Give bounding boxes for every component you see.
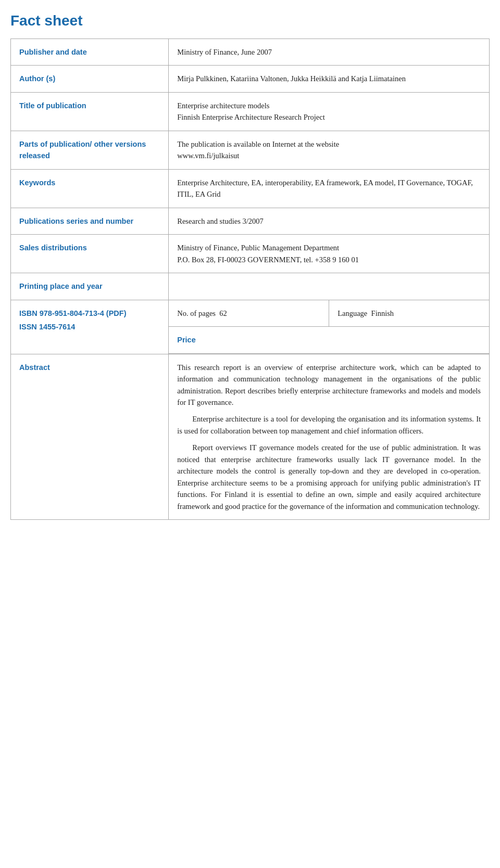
price-label: Price	[177, 336, 195, 344]
table-row-series: Publications series and number Research …	[11, 208, 490, 234]
no-pages-lang-row: No. of pages 62 Language Finnish	[169, 300, 489, 327]
no-pages-cell: No. of pages 62	[169, 300, 329, 326]
value-series: Research and studies 3/2007	[169, 208, 490, 234]
parts-line2: www.vm.fi/julkaisut	[177, 151, 239, 160]
value-abstract: This research report is an overview of e…	[169, 354, 490, 520]
page-title: Fact sheet	[10, 12, 490, 29]
table-row-sales: Sales distributions Ministry of Finance,…	[11, 235, 490, 273]
label-abstract: Abstract	[11, 354, 169, 520]
no-pages-value: 62	[219, 309, 227, 317]
language-label: Language	[338, 309, 367, 317]
value-publisher: Ministry of Finance, June 2007	[169, 39, 490, 66]
isbn-label: ISBN	[19, 309, 38, 317]
title-line2: Finnish Enterprise Architecture Research…	[177, 113, 324, 121]
isbn-value: 978-951-804-713-4 (PDF)	[40, 309, 127, 317]
abstract-para-1: This research report is an overview of e…	[177, 362, 481, 409]
table-row-keywords: Keywords Enterprise Architecture, EA, in…	[11, 169, 490, 208]
label-printing: Printing place and year	[11, 273, 169, 300]
issn-label: ISSN	[19, 323, 37, 331]
table-row-abstract: Abstract This research report is an over…	[11, 354, 490, 520]
issn-value: 1455-7614	[39, 323, 75, 331]
table-row-isbn-pages: ISBN 978-951-804-713-4 (PDF) ISSN 1455-7…	[11, 300, 490, 354]
issn-block: ISSN 1455-7614	[19, 321, 160, 333]
label-parts: Parts of publication/ other versions rel…	[11, 131, 169, 169]
table-row-parts: Parts of publication/ other versions rel…	[11, 131, 490, 169]
label-author: Author (s)	[11, 66, 169, 92]
label-title: Title of publication	[11, 92, 169, 131]
isbn-block: ISBN 978-951-804-713-4 (PDF)	[19, 308, 160, 319]
sales-line1: Ministry of Finance, Public Management D…	[177, 244, 339, 252]
no-pages-label: No. of pages	[177, 309, 216, 317]
sales-line2: P.O. Box 28, FI-00023 GOVERNMENT, tel. +…	[177, 256, 359, 264]
fact-table: Publisher and date Ministry of Finance, …	[10, 39, 490, 520]
value-title: Enterprise architecture models Finnish E…	[169, 92, 490, 131]
abstract-para-3: Report overviews IT governance models cr…	[177, 442, 481, 512]
value-keywords: Enterprise Architecture, EA, interoperab…	[169, 169, 490, 208]
table-row-author: Author (s) Mirja Pulkkinen, Katariina Va…	[11, 66, 490, 92]
label-keywords: Keywords	[11, 169, 169, 208]
language-cell: Language Finnish	[329, 300, 489, 326]
label-series: Publications series and number	[11, 208, 169, 234]
label-sales: Sales distributions	[11, 235, 169, 273]
title-line1: Enterprise architecture models	[177, 101, 269, 110]
value-author: Mirja Pulkkinen, Katariina Valtonen, Juk…	[169, 66, 490, 92]
abstract-para-2: Enterprise architecture is a tool for de…	[177, 413, 481, 437]
isbn-issn-cell: ISBN 978-951-804-713-4 (PDF) ISSN 1455-7…	[11, 300, 169, 354]
parts-line1: The publication is available on Internet…	[177, 140, 339, 148]
pages-lang-price-cell: No. of pages 62 Language Finnish Price	[169, 300, 490, 354]
language-value: Finnish	[371, 309, 394, 317]
price-row: Price	[169, 327, 489, 353]
table-row-title: Title of publication Enterprise architec…	[11, 92, 490, 131]
table-row-printing: Printing place and year	[11, 273, 490, 300]
value-sales: Ministry of Finance, Public Management D…	[169, 235, 490, 273]
value-printing	[169, 273, 490, 300]
table-row-publisher: Publisher and date Ministry of Finance, …	[11, 39, 490, 66]
label-publisher: Publisher and date	[11, 39, 169, 66]
value-parts: The publication is available on Internet…	[169, 131, 490, 169]
